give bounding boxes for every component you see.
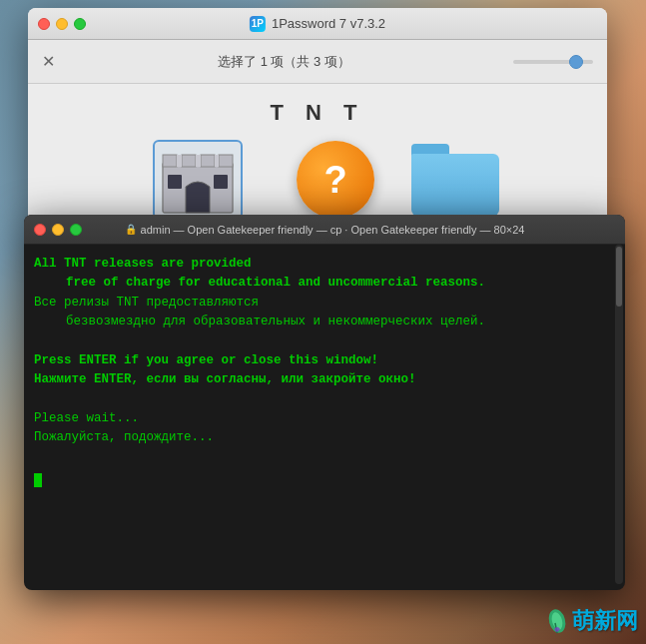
term-line-5: Press ENTER if you agree or close this w… bbox=[34, 351, 611, 370]
terminal-title-text: admin — Open Gatekeeper friendly — cp · … bbox=[141, 224, 525, 236]
terminal-traffic-lights bbox=[34, 224, 82, 236]
term-line-blank3 bbox=[34, 448, 611, 467]
term-line-blank2 bbox=[34, 390, 611, 409]
terminal-window: 🔒 admin — Open Gatekeeper friendly — cp … bbox=[24, 215, 625, 590]
terminal-body[interactable]: All TNT releases are provided free of ch… bbox=[24, 245, 625, 590]
svg-rect-4 bbox=[219, 155, 233, 167]
slider-area bbox=[513, 60, 593, 64]
titlebar: 1P 1Password 7 v7.3.2 bbox=[28, 8, 607, 40]
close-icon[interactable]: ✕ bbox=[42, 52, 55, 71]
svg-rect-1 bbox=[163, 155, 177, 167]
onepassword-window: 1P 1Password 7 v7.3.2 ✕ 选择了 1 项（共 3 项） T… bbox=[28, 8, 607, 228]
svg-rect-7 bbox=[177, 155, 182, 167]
term-line-8: Пожалуйста, подождите... bbox=[34, 428, 611, 447]
tnt-title: T N T bbox=[271, 100, 365, 126]
toolbar: ✕ 选择了 1 项（共 3 项） bbox=[28, 40, 607, 84]
traffic-lights bbox=[38, 18, 86, 30]
svg-rect-2 bbox=[182, 155, 196, 167]
svg-rect-9 bbox=[215, 155, 219, 167]
folder-icon-container bbox=[410, 140, 500, 220]
svg-rect-5 bbox=[168, 175, 182, 189]
svg-rect-8 bbox=[196, 155, 201, 167]
help-icon-container: ? bbox=[291, 140, 380, 220]
folder-svg-container bbox=[411, 144, 499, 216]
term-line-blank1 bbox=[34, 332, 611, 351]
scrollbar-thumb bbox=[616, 247, 622, 307]
terminal-scrollbar[interactable] bbox=[615, 245, 623, 584]
term-line-4: безвозмездно для образовательных и неком… bbox=[34, 313, 611, 331]
leaf-icon bbox=[546, 607, 568, 635]
window-title: 1P 1Password 7 v7.3.2 bbox=[250, 16, 385, 32]
tnt-header: T N T bbox=[261, 100, 375, 126]
cursor bbox=[34, 473, 42, 487]
maximize-button[interactable] bbox=[74, 18, 86, 30]
watermark-text: 萌新网 bbox=[572, 606, 638, 636]
window-title-text: 1Password 7 v7.3.2 bbox=[272, 16, 385, 31]
castle-icon-container bbox=[153, 140, 243, 220]
question-mark-icon: ? bbox=[297, 141, 374, 219]
folder-body bbox=[411, 154, 499, 216]
term-line-3: Все релизы TNT предоставляются bbox=[34, 294, 611, 313]
minimize-button[interactable] bbox=[56, 18, 68, 30]
term-line-1: All TNT releases are provided bbox=[34, 255, 611, 274]
term-line-7: Please wait... bbox=[34, 409, 611, 428]
window-content: T N T bbox=[28, 84, 607, 228]
slider-thumb bbox=[569, 55, 583, 69]
term-line-2: free of charge for educational and uncom… bbox=[34, 274, 611, 293]
terminal-maximize-button[interactable] bbox=[70, 224, 82, 236]
watermark: 萌新网 bbox=[546, 606, 638, 636]
terminal-titlebar: 🔒 admin — Open Gatekeeper friendly — cp … bbox=[24, 215, 625, 245]
terminal-title: 🔒 admin — Open Gatekeeper friendly — cp … bbox=[125, 224, 525, 236]
castle-svg bbox=[158, 143, 238, 217]
svg-rect-3 bbox=[201, 155, 215, 167]
lock-icon: 🔒 bbox=[125, 224, 137, 235]
slider-track[interactable] bbox=[513, 60, 593, 64]
terminal-close-button[interactable] bbox=[34, 224, 46, 236]
toolbar-label: 选择了 1 项（共 3 项） bbox=[65, 53, 503, 71]
term-line-6: Нажмите ENTER, если вы согласны, или зак… bbox=[34, 370, 611, 389]
app-icon: 1P bbox=[250, 16, 266, 32]
close-button[interactable] bbox=[38, 18, 50, 30]
svg-rect-6 bbox=[214, 175, 228, 189]
terminal-minimize-button[interactable] bbox=[52, 224, 64, 236]
